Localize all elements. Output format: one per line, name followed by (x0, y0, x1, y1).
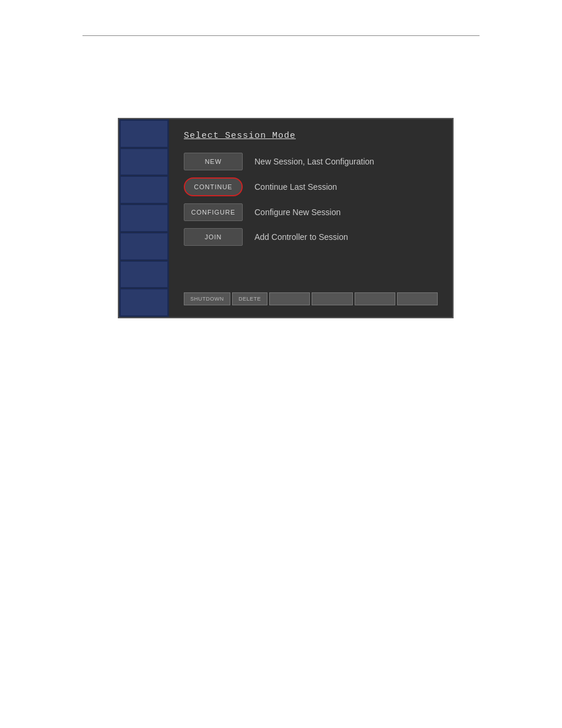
bottom-empty-1 (269, 292, 310, 305)
sidebar-item-4 (120, 205, 168, 232)
session-options: NEW New Session, Last Configuration CONT… (184, 153, 438, 286)
session-mode-dialog: Select Session Mode NEW New Session, Las… (118, 118, 454, 318)
sidebar-item-5 (120, 233, 168, 260)
sidebar (119, 119, 169, 317)
top-divider (82, 35, 480, 36)
new-button[interactable]: NEW (184, 153, 243, 170)
bottom-empty-4 (397, 292, 438, 305)
delete-button[interactable]: DELETE (232, 292, 267, 305)
sidebar-item-7 (120, 289, 168, 316)
join-button[interactable]: JOIN (184, 228, 243, 246)
content-area: Select Session Mode NEW New Session, Las… (169, 119, 452, 317)
configure-button[interactable]: CONFIGURE (184, 203, 243, 221)
bottom-bar: SHUTDOWN DELETE (184, 286, 438, 305)
shutdown-button[interactable]: SHUTDOWN (184, 292, 230, 305)
sidebar-item-1 (120, 120, 168, 147)
bottom-empty-3 (355, 292, 395, 305)
continue-option-row: CONTINUE Continue Last Session (184, 177, 438, 196)
join-option-row: JOIN Add Controller to Session (184, 228, 438, 246)
configure-option-row: CONFIGURE Configure New Session (184, 203, 438, 221)
bottom-empty-2 (312, 292, 352, 305)
sidebar-item-6 (120, 261, 168, 288)
dialog-title: Select Session Mode (184, 131, 438, 141)
continue-button[interactable]: CONTINUE (184, 177, 243, 196)
join-option-label: Add Controller to Session (254, 232, 348, 242)
sidebar-item-2 (120, 149, 168, 176)
new-option-row: NEW New Session, Last Configuration (184, 153, 438, 170)
continue-option-label: Continue Last Session (254, 182, 337, 192)
new-option-label: New Session, Last Configuration (254, 157, 374, 166)
configure-option-label: Configure New Session (254, 207, 340, 217)
sidebar-item-3 (120, 176, 168, 203)
